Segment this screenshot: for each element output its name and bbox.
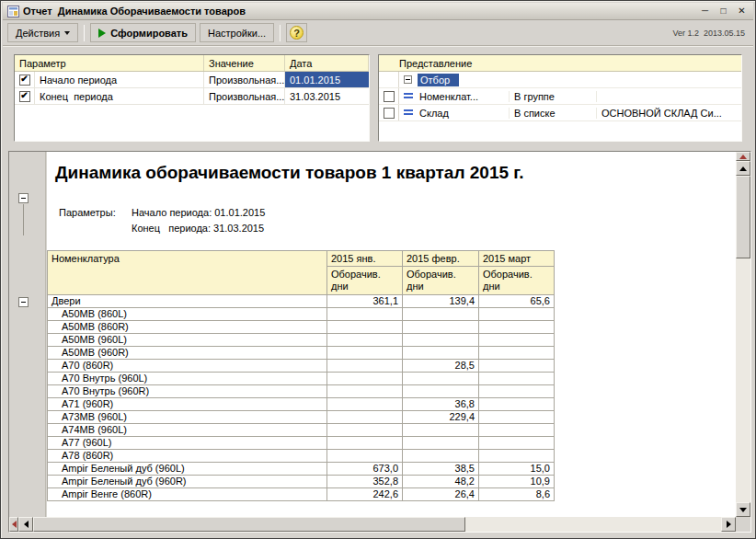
item-name-cell[interactable]: А70 Внутрь (960L) [48,373,327,385]
report-row[interactable]: А70 Внутрь (960L) [48,373,555,385]
value-cell[interactable] [327,373,403,385]
value-cell[interactable] [403,385,479,398]
value-cell[interactable]: 352,8 [327,476,403,488]
report-row[interactable]: А78 (860R) [48,450,555,463]
value-cell[interactable] [479,321,555,334]
value-cell[interactable]: 242,6 [327,488,403,501]
close-button[interactable]: ✕ [734,5,750,18]
params-header-param[interactable]: Параметр [15,55,204,71]
scroll-left-button[interactable] [18,517,33,532]
value-cell[interactable] [327,424,403,437]
period-header-cell[interactable]: 2015 янв. [327,251,403,267]
period-header-cell[interactable]: 2015 февр. [403,251,479,267]
report-row[interactable]: А50МВ (860R) [48,321,555,334]
report-row[interactable]: Ampir Беленый дуб (960R)352,848,210,9 [48,476,555,488]
value-cell[interactable]: 48,2 [403,476,479,488]
value-cell[interactable] [327,411,403,424]
item-name-cell[interactable]: Двери [48,295,327,308]
params-header-value[interactable]: Значение [204,55,285,71]
report-row[interactable]: А73МВ (960L)229,4 [48,411,555,424]
value-cell[interactable]: 28,5 [403,360,479,373]
split-left-button[interactable] [9,517,18,532]
item-name-cell[interactable]: А78 (860R) [48,450,327,463]
param-date-cell[interactable]: 31.03.2015 [285,88,369,104]
value-cell[interactable] [403,373,479,385]
value-cell[interactable] [479,360,555,373]
report-row[interactable]: А74МВ (960L) [48,424,555,437]
value-cell[interactable]: 8,6 [479,488,555,501]
item-name-cell[interactable]: А77 (960L) [48,437,327,450]
value-cell[interactable] [479,308,555,321]
report-row[interactable]: Ampir Беленый дуб (960L)673,038,515,0 [48,463,555,476]
value-cell[interactable] [327,334,403,347]
value-cell[interactable] [403,334,479,347]
value-cell[interactable] [479,334,555,347]
filter-name-cell[interactable]: Номенклат... [418,91,510,102]
generate-button[interactable]: Сформировать [90,23,196,42]
settings-button[interactable]: Настройки... [200,23,274,42]
item-name-cell[interactable]: А50МВ (860L) [48,308,327,321]
filter-row[interactable]: СкладВ спискеОСНОВНОЙ СКЛАД Си... [379,105,741,121]
outline-collapse-top-icon[interactable] [18,193,29,203]
filter-row[interactable]: Номенклат...В группе [379,88,741,105]
report-row[interactable]: Ampir Венге (860R)242,626,48,6 [48,488,555,501]
report-group-row[interactable]: Двери361,1139,465,6 [48,295,555,308]
value-cell[interactable] [327,437,403,450]
actions-button[interactable]: Действия [7,23,78,42]
value-cell[interactable] [327,321,403,334]
report-row[interactable]: А77 (960L) [48,437,555,450]
item-name-cell[interactable]: А71 (960R) [48,398,327,411]
value-cell[interactable] [479,385,555,398]
filter-group-row[interactable]: Отбор [379,72,741,88]
value-cell[interactable] [479,373,555,385]
value-cell[interactable]: 65,6 [479,295,555,308]
item-name-cell[interactable]: Ampir Беленый дуб (960R) [48,476,327,488]
measure-header-cell[interactable]: Оборачив.дни [479,267,555,295]
report-row[interactable]: А50МВ (860L) [48,308,555,321]
measure-header-cell[interactable]: Оборачив.дни [327,267,403,295]
vertical-scroll-track[interactable] [736,258,750,502]
value-cell[interactable] [327,385,403,398]
value-cell[interactable] [403,308,479,321]
filter-checkbox[interactable] [379,88,399,104]
horizontal-scrollbar[interactable] [9,517,736,532]
report-row[interactable]: А70 Внутрь (960R) [48,385,555,398]
minimize-button[interactable]: ─ [697,5,713,18]
value-cell[interactable]: 38,5 [403,463,479,476]
value-cell[interactable]: 361,1 [327,295,403,308]
value-cell[interactable] [403,450,479,463]
param-name-cell[interactable]: Конец периода [35,88,204,104]
value-cell[interactable]: 36,8 [403,398,479,411]
value-cell[interactable]: 26,4 [403,488,479,501]
measure-header-cell[interactable]: Оборачив.дни [403,267,479,295]
item-name-cell[interactable]: А50МВ (860R) [48,321,327,334]
param-name-cell[interactable]: Начало периода [35,72,204,87]
value-cell[interactable]: 139,4 [403,295,479,308]
param-row[interactable]: Конец периодаПроизвольная...31.03.2015 [15,88,369,105]
filter-value-cell[interactable]: ОСНОВНОЙ СКЛАД Си... [597,108,741,119]
report-row[interactable]: А50МВ (960L) [48,334,555,347]
value-cell[interactable] [403,424,479,437]
value-cell[interactable]: 673,0 [327,463,403,476]
param-date-cell[interactable]: 01.01.2015 [285,72,369,87]
outline-collapse-group-icon[interactable] [18,297,29,307]
param-value-cell[interactable]: Произвольная... [204,72,285,87]
scroll-down-button[interactable] [736,502,750,517]
filter-condition-cell[interactable]: В группе [510,91,597,102]
value-cell[interactable] [327,360,403,373]
value-cell[interactable] [327,308,403,321]
horizontal-scroll-thumb[interactable] [33,517,465,532]
item-name-cell[interactable]: А70 (860R) [48,360,327,373]
value-cell[interactable]: 229,4 [403,411,479,424]
filter-name-cell[interactable]: Склад [418,108,510,119]
value-cell[interactable]: 15,0 [479,463,555,476]
scroll-up-button[interactable] [736,161,750,176]
param-row[interactable]: Начало периодаПроизвольная...01.01.2015 [15,72,369,88]
horizontal-scroll-track[interactable] [465,517,721,532]
param-value-cell[interactable]: Произвольная... [204,88,285,104]
value-cell[interactable] [327,347,403,360]
split-up-button[interactable] [736,152,750,161]
item-name-cell[interactable]: А74МВ (960L) [48,424,327,437]
collapse-icon[interactable] [404,75,412,84]
param-checkbox[interactable] [15,72,35,87]
